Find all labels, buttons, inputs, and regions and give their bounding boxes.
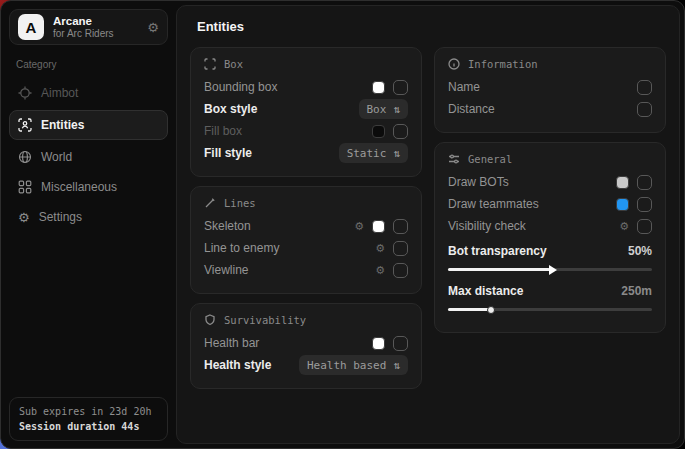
dropdown-value: Box [367, 103, 387, 116]
max-distance-group: Max distance 250m [448, 280, 652, 311]
box-corners-icon [204, 58, 216, 70]
setting-label: Draw BOTs [448, 175, 509, 189]
draw-teammates-checkbox[interactable] [637, 197, 652, 212]
setting-label: Health bar [204, 336, 259, 350]
cursor-arrow-icon [549, 265, 557, 275]
panel-title: Information [468, 58, 538, 70]
subscription-card: Sub expires in 23d 20h Session duration … [9, 397, 168, 441]
setting-label: Distance [448, 102, 495, 116]
setting-row-skeleton: Skeleton ⚙ [204, 215, 408, 237]
dropdown-value: Health based [307, 359, 386, 372]
gear-icon[interactable]: ⚙ [375, 265, 385, 276]
setting-row-viewline: Viewline ⚙ [204, 259, 408, 281]
setting-row-bounding-box: Bounding box [204, 76, 408, 98]
sidebar-item-settings[interactable]: ⚙ Settings [9, 202, 168, 232]
setting-row-line-to-enemy: Line to enemy ⚙ [204, 237, 408, 259]
slider-thumb [487, 306, 495, 314]
viewline-checkbox[interactable] [393, 263, 408, 278]
app-logo-card: A Arcane for Arc Riders ⚙ [9, 9, 168, 45]
bounding-box-checkbox[interactable] [393, 80, 408, 95]
color-swatch[interactable] [616, 176, 629, 189]
name-checkbox[interactable] [637, 80, 652, 95]
distance-checkbox[interactable] [637, 102, 652, 117]
gear-icon[interactable]: ⚙ [354, 221, 364, 232]
information-panel-header: Information [448, 58, 652, 70]
sidebar-item-entities[interactable]: Entities [9, 110, 168, 140]
slider-fill [448, 268, 550, 271]
lines-panel: Lines Skeleton ⚙ Line to enemy ⚙ [190, 186, 422, 294]
main-content: Entities Box Bounding box [176, 5, 680, 444]
health-bar-checkbox[interactable] [393, 336, 408, 351]
setting-label: Line to enemy [204, 241, 279, 255]
globe-icon [18, 150, 32, 164]
survivability-panel-header: Survivability [204, 314, 408, 326]
health-style-dropdown[interactable]: Health based ⇅ [299, 355, 408, 375]
slider-value: 50% [628, 244, 652, 258]
sidebar-item-label: Entities [41, 118, 84, 132]
sidebar-item-label: Aimbot [41, 86, 78, 100]
box-style-dropdown[interactable]: Box ⇅ [359, 99, 409, 119]
setting-row-distance: Distance [448, 98, 652, 120]
setting-label: Fill box [204, 124, 242, 138]
box-panel-header: Box [204, 58, 408, 70]
visibility-check-checkbox[interactable] [637, 219, 652, 234]
sidebar-item-label: Miscellaneous [41, 180, 117, 194]
sub-expiry-text: Sub expires in 23d 20h [19, 404, 158, 419]
category-label: Category [16, 59, 161, 70]
setting-label: Max distance [448, 284, 523, 298]
right-column: Information Name Distance [434, 47, 666, 333]
gear-icon[interactable]: ⚙ [375, 243, 385, 254]
color-swatch[interactable] [372, 125, 385, 138]
crosshair-icon [18, 86, 32, 100]
fill-box-checkbox[interactable] [393, 124, 408, 139]
setting-label: Draw teammates [448, 197, 539, 211]
chevron-updown-icon: ⇅ [393, 147, 400, 160]
app-window: A Arcane for Arc Riders ⚙ Category Aimbo… [0, 0, 685, 449]
setting-row-fill-box: Fill box [204, 120, 408, 142]
color-swatch[interactable] [372, 337, 385, 350]
left-column: Box Bounding box Box style Box ⇅ [190, 47, 422, 389]
slider-fill [448, 308, 491, 311]
setting-label: Skeleton [204, 219, 251, 233]
sliders-icon [448, 153, 460, 165]
setting-row-max-distance: Max distance 250m [448, 280, 652, 302]
setting-row-health-bar: Health bar [204, 332, 408, 354]
gear-icon: ⚙ [18, 211, 30, 224]
bot-transparency-group: Bot transparency 50% [448, 240, 652, 271]
setting-row-draw-bots: Draw BOTs [448, 171, 652, 193]
info-icon [448, 58, 460, 70]
skeleton-checkbox[interactable] [393, 219, 408, 234]
setting-label: Box style [204, 102, 257, 116]
setting-row-visibility-check: Visibility check ⚙ [448, 215, 652, 237]
setting-row-box-style: Box style Box ⇅ [204, 98, 408, 120]
line-to-enemy-checkbox[interactable] [393, 241, 408, 256]
box-panel: Box Bounding box Box style Box ⇅ [190, 47, 422, 177]
information-panel: Information Name Distance [434, 47, 666, 133]
max-distance-slider[interactable] [448, 308, 652, 311]
general-panel: General Draw BOTs Draw teammates [434, 142, 666, 333]
color-swatch[interactable] [616, 198, 629, 211]
setting-row-name: Name [448, 76, 652, 98]
sidebar-item-label: World [41, 150, 72, 164]
setting-label: Fill style [204, 146, 252, 160]
sidebar-item-miscellaneous[interactable]: Miscellaneous [9, 172, 168, 202]
grid-icon [18, 180, 32, 194]
gear-icon[interactable]: ⚙ [619, 221, 629, 232]
chevron-updown-icon: ⇅ [393, 359, 400, 372]
color-swatch[interactable] [372, 81, 385, 94]
draw-bots-checkbox[interactable] [637, 175, 652, 190]
chevron-updown-icon: ⇅ [393, 103, 400, 116]
color-swatch[interactable] [372, 220, 385, 233]
app-titles: Arcane for Arc Riders [53, 15, 138, 40]
pencil-line-icon [204, 197, 216, 209]
dropdown-value: Static [347, 147, 387, 160]
sidebar-item-aimbot[interactable]: Aimbot [9, 78, 168, 108]
panel-title: Survivability [224, 314, 306, 326]
setting-row-health-style: Health style Health based ⇅ [204, 354, 408, 376]
panel-title: Lines [224, 197, 256, 209]
bot-transparency-slider[interactable] [448, 268, 652, 271]
sidebar-item-world[interactable]: World [9, 142, 168, 172]
setting-row-fill-style: Fill style Static ⇅ [204, 142, 408, 164]
fill-style-dropdown[interactable]: Static ⇅ [339, 143, 408, 163]
gear-icon[interactable]: ⚙ [147, 20, 159, 35]
